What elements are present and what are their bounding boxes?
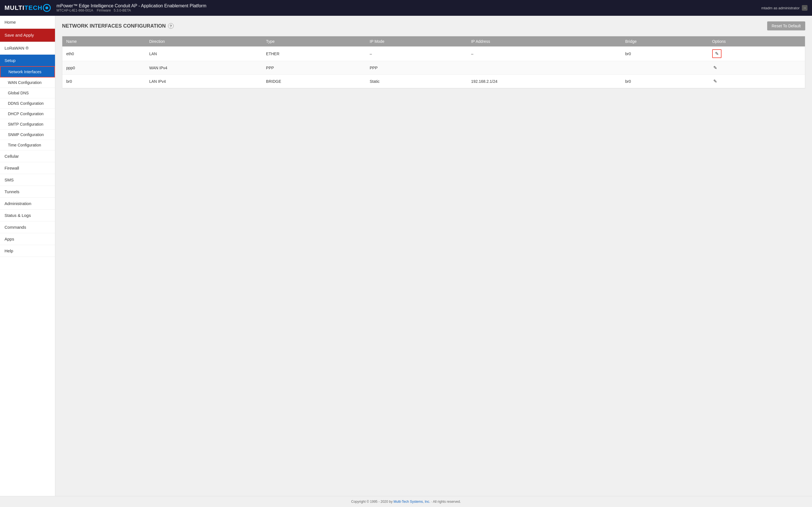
device-info: MTCAP-L4E1-868-001A Firmware 5.3.0-BETA: [56, 8, 761, 12]
sidebar-item-apps[interactable]: Apps: [0, 233, 55, 245]
logo-multi: MULTI: [4, 4, 24, 11]
cell-direction: WAN IPv4: [145, 61, 262, 75]
cell-bridge: [621, 61, 708, 75]
cell-name: br0: [62, 75, 145, 88]
col-header-options: Options: [708, 36, 805, 47]
logo-circle: [43, 4, 51, 12]
sidebar-item-sms[interactable]: SMS: [0, 174, 55, 186]
sidebar-item-smtp-config[interactable]: SMTP Configuration: [0, 119, 55, 129]
cell-ip-address: [467, 61, 621, 75]
col-header-ip-mode: IP Mode: [366, 36, 467, 47]
edit-button[interactable]: ✎: [712, 49, 721, 58]
header: MULTITECH mPower™ Edge Intelligence Cond…: [0, 0, 812, 16]
user-label: mtadm as administrator: [761, 6, 800, 10]
sidebar-item-help[interactable]: Help: [0, 245, 55, 257]
table-row: br0LAN IPv4BRIDGEStatic192.168.2.1/24br0…: [62, 75, 805, 88]
cell-ip-mode: –: [366, 47, 467, 61]
cell-direction: LAN IPv4: [145, 75, 262, 88]
edit-button[interactable]: ✎: [712, 64, 718, 71]
cell-type: PPP: [262, 61, 366, 75]
sidebar-item-status-logs[interactable]: Status & Logs: [0, 210, 55, 221]
col-header-direction: Direction: [145, 36, 262, 47]
firmware-label: Firmware: [97, 8, 111, 12]
sidebar-item-lorawan[interactable]: LoRaWAN ®: [0, 42, 55, 55]
layout: Home Save and Apply LoRaWAN ® Setup Netw…: [0, 16, 812, 496]
cell-options: ✎: [708, 47, 805, 61]
cell-type: BRIDGE: [262, 75, 366, 88]
header-user: mtadm as administrator →: [761, 5, 808, 11]
cell-bridge: br0: [621, 47, 708, 61]
reset-to-default-button[interactable]: Reset To Default: [767, 21, 805, 31]
cell-ip-address: 192.168.2.1/24: [467, 75, 621, 88]
col-header-bridge: Bridge: [621, 36, 708, 47]
cell-options: ✎: [708, 75, 805, 88]
sidebar-save-apply[interactable]: Save and Apply: [0, 29, 55, 42]
app-title: mPower™ Edge Intelligence Conduit AP - A…: [56, 3, 761, 8]
cell-type: ETHER: [262, 47, 366, 61]
col-header-type: Type: [262, 36, 366, 47]
sidebar-item-commands[interactable]: Commands: [0, 221, 55, 233]
col-header-ip-address: IP Address: [467, 36, 621, 47]
edit-button[interactable]: ✎: [712, 77, 718, 85]
footer: Copyright © 1995 - 2020 by Multi-Tech Sy…: [0, 496, 812, 507]
sidebar-item-administration[interactable]: Administration: [0, 198, 55, 210]
cell-options: ✎: [708, 61, 805, 75]
main-content: NETWORK INTERFACES CONFIGURATION ? Reset…: [55, 16, 812, 496]
page-title: NETWORK INTERFACES CONFIGURATION: [62, 23, 166, 29]
sidebar-item-time-config[interactable]: Time Configuration: [0, 140, 55, 151]
interfaces-table: Name Direction Type IP Mode IP Address B…: [62, 36, 805, 88]
footer-text: Copyright © 1995 - 2020 by: [351, 500, 393, 504]
sidebar-item-network-interfaces[interactable]: Network Interfaces: [0, 66, 55, 77]
logo: MULTITECH: [4, 4, 51, 12]
cell-name: ppp0: [62, 61, 145, 75]
cell-name: eth0: [62, 47, 145, 61]
table-row: ppp0WAN IPv4PPPPPP✎: [62, 61, 805, 75]
logout-icon[interactable]: →: [802, 5, 808, 11]
header-title: mPower™ Edge Intelligence Conduit AP - A…: [56, 3, 761, 12]
firmware-version: 5.3.0-BETA: [114, 8, 131, 12]
logo-tech: TECH: [24, 4, 43, 11]
sidebar-item-wan-config[interactable]: WAN Configuration: [0, 77, 55, 88]
logo-text: MULTITECH: [4, 4, 42, 11]
cell-ip-address: –: [467, 47, 621, 61]
sidebar-item-cellular[interactable]: Cellular: [0, 151, 55, 162]
footer-link[interactable]: Multi-Tech Systems, Inc.: [394, 500, 430, 504]
sidebar-item-home[interactable]: Home: [0, 16, 55, 29]
sidebar-item-firewall[interactable]: Firewall: [0, 162, 55, 174]
cell-ip-mode: Static: [366, 75, 467, 88]
table-header-row: Name Direction Type IP Mode IP Address B…: [62, 36, 805, 47]
sidebar-item-dhcp-config[interactable]: DHCP Configuration: [0, 109, 55, 119]
col-header-name: Name: [62, 36, 145, 47]
device-id: MTCAP-L4E1-868-001A: [56, 8, 93, 12]
sidebar-item-ddns-config[interactable]: DDNS Configuration: [0, 98, 55, 109]
sidebar-item-tunnels[interactable]: Tunnels: [0, 186, 55, 198]
interfaces-table-wrapper: Name Direction Type IP Mode IP Address B…: [62, 36, 805, 89]
sidebar-section-setup[interactable]: Setup: [0, 55, 55, 66]
help-icon[interactable]: ?: [168, 23, 174, 29]
cell-direction: LAN: [145, 47, 262, 61]
logo-inner: [45, 6, 48, 9]
sidebar-item-global-dns[interactable]: Global DNS: [0, 88, 55, 98]
sidebar-item-snmp-config[interactable]: SNMP Configuration: [0, 129, 55, 140]
table-row: eth0LANETHER––br0✎: [62, 47, 805, 61]
page-header: NETWORK INTERFACES CONFIGURATION ? Reset…: [62, 21, 805, 31]
page-title-area: NETWORK INTERFACES CONFIGURATION ?: [62, 23, 174, 29]
sidebar: Home Save and Apply LoRaWAN ® Setup Netw…: [0, 16, 55, 496]
cell-ip-mode: PPP: [366, 61, 467, 75]
cell-bridge: br0: [621, 75, 708, 88]
footer-text2: · All rights reserved.: [431, 500, 461, 504]
